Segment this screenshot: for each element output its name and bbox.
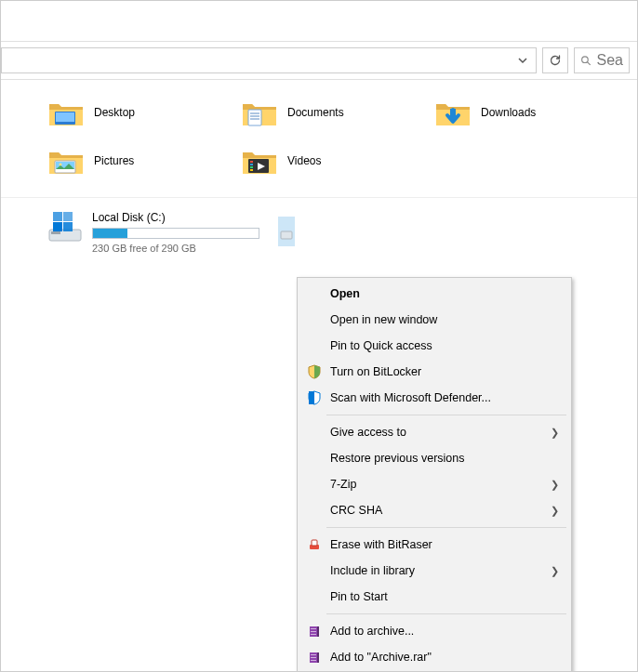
svg-rect-15 xyxy=(250,166,253,168)
svg-rect-34 xyxy=(311,654,316,655)
ctx-add-archive-rar[interactable]: Add to "Archive.rar" xyxy=(300,644,568,670)
drive-name: Local Disk (C:) xyxy=(92,211,259,224)
svg-rect-16 xyxy=(250,169,253,171)
archive-icon xyxy=(306,623,323,639)
drives-section: Local Disk (C:) 230 GB free of 290 GB xyxy=(1,211,637,254)
svg-rect-26 xyxy=(312,540,317,546)
refresh-button[interactable] xyxy=(542,47,568,73)
ctx-bitraser[interactable]: Erase with BitRaser xyxy=(300,532,568,558)
folder-icon xyxy=(241,97,278,128)
svg-rect-20 xyxy=(63,222,73,231)
svg-rect-30 xyxy=(311,631,316,632)
svg-rect-35 xyxy=(311,657,316,658)
folder-desktop[interactable]: Desktop xyxy=(47,97,241,128)
search-input[interactable]: Sea xyxy=(574,47,630,73)
folder-icon xyxy=(434,97,472,128)
ctx-separator xyxy=(326,527,566,528)
svg-rect-22 xyxy=(63,212,73,221)
drive-local-c[interactable]: Local Disk (C:) 230 GB free of 290 GB xyxy=(47,211,259,254)
ctx-separator xyxy=(326,613,566,614)
ctx-7zip[interactable]: 7-Zip❯ xyxy=(300,471,568,497)
svg-point-0 xyxy=(582,57,589,63)
folder-label: Desktop xyxy=(94,106,135,119)
svg-rect-31 xyxy=(311,634,316,635)
svg-rect-24 xyxy=(309,391,314,404)
address-row: Sea xyxy=(1,42,637,80)
drive-free-text: 230 GB free of 290 GB xyxy=(92,243,259,254)
folder-label: Documents xyxy=(287,106,344,119)
drive-secondary[interactable] xyxy=(278,211,295,254)
folder-videos[interactable]: Videos xyxy=(241,145,434,177)
folder-downloads[interactable]: Downloads xyxy=(434,97,628,128)
ribbon-area xyxy=(1,1,637,42)
chevron-right-icon: ❯ xyxy=(551,565,559,577)
ctx-pin-start[interactable]: Pin to Start xyxy=(300,584,568,610)
ctx-defender-scan[interactable]: Scan with Microsoft Defender... xyxy=(300,385,568,411)
drive-icon-selected xyxy=(278,217,295,246)
svg-rect-14 xyxy=(250,164,253,165)
svg-rect-13 xyxy=(250,161,253,163)
archive-icon xyxy=(306,649,323,665)
chevron-right-icon: ❯ xyxy=(551,479,559,491)
ctx-restore-previous[interactable]: Restore previous versions xyxy=(300,445,568,471)
address-bar[interactable] xyxy=(1,47,537,73)
folder-label: Pictures xyxy=(94,154,134,167)
folder-label: Videos xyxy=(287,154,321,167)
eraser-icon xyxy=(306,536,323,553)
folder-icon xyxy=(241,145,278,177)
shield-icon xyxy=(306,363,323,380)
ctx-give-access[interactable]: Give access to❯ xyxy=(300,419,568,445)
chevron-right-icon: ❯ xyxy=(551,427,559,439)
folder-icon xyxy=(47,97,85,128)
svg-rect-29 xyxy=(311,628,316,629)
drive-icon xyxy=(47,211,83,246)
ctx-open-new-window[interactable]: Open in new window xyxy=(300,307,568,333)
chevron-right-icon: ❯ xyxy=(551,505,559,517)
svg-rect-33 xyxy=(317,652,319,663)
svg-rect-4 xyxy=(248,110,261,125)
svg-rect-3 xyxy=(56,112,74,122)
search-icon xyxy=(580,54,591,67)
ctx-pin-quick-access[interactable]: Pin to Quick access xyxy=(300,333,568,359)
folders-section: Desktop Documents Download xyxy=(1,97,637,197)
svg-rect-8 xyxy=(450,109,456,117)
ctx-crc-sha[interactable]: CRC SHA❯ xyxy=(300,497,568,523)
drive-info: Local Disk (C:) 230 GB free of 290 GB xyxy=(92,211,259,254)
svg-rect-23 xyxy=(281,231,292,239)
svg-rect-19 xyxy=(53,222,62,231)
folder-icon xyxy=(47,145,85,177)
folder-documents[interactable]: Documents xyxy=(241,97,434,128)
folder-pictures[interactable]: Pictures xyxy=(47,145,241,177)
ctx-open[interactable]: Open xyxy=(300,281,568,307)
svg-rect-28 xyxy=(317,626,319,637)
ctx-include-library[interactable]: Include in library❯ xyxy=(300,558,568,584)
svg-rect-18 xyxy=(51,231,60,234)
folder-label: Downloads xyxy=(481,106,536,119)
defender-icon xyxy=(306,389,323,406)
ctx-separator xyxy=(326,415,566,415)
search-placeholder: Sea xyxy=(597,52,623,69)
drive-capacity-bar xyxy=(92,228,259,239)
svg-line-1 xyxy=(587,62,590,65)
section-divider xyxy=(1,197,637,198)
ctx-bitlocker[interactable]: Turn on BitLocker xyxy=(300,359,568,385)
context-menu: Open Open in new window Pin to Quick acc… xyxy=(297,277,572,672)
svg-rect-21 xyxy=(53,212,62,221)
ctx-add-archive[interactable]: Add to archive... xyxy=(300,618,568,644)
svg-rect-36 xyxy=(311,660,316,661)
content-pane: Desktop Documents Download xyxy=(1,80,637,254)
chevron-down-icon[interactable] xyxy=(515,53,530,68)
